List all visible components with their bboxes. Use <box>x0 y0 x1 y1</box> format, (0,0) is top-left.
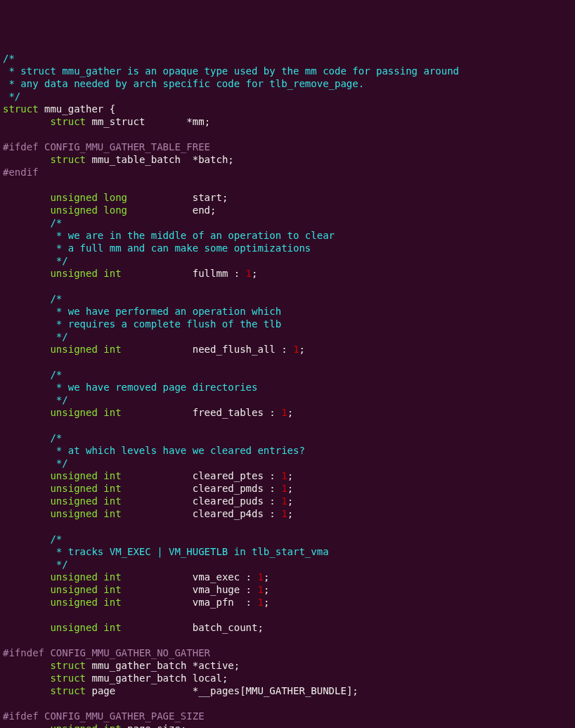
type-unsigned-int: unsigned int <box>50 470 121 481</box>
bitfield-width: 1 <box>281 483 287 494</box>
type-unsigned-int: unsigned int <box>50 268 121 279</box>
comment-line: * struct mmu_gather is an opaque type us… <box>3 65 459 77</box>
type-unsigned-int: unsigned int <box>50 584 121 595</box>
field-mm: *mm <box>186 116 204 127</box>
kw-struct: struct <box>50 116 86 127</box>
semicolon: ; <box>352 685 358 696</box>
comment-open: /* <box>50 293 62 304</box>
type-mm-struct: mm_struct <box>91 116 145 127</box>
field-vma-exec: vma_exec : <box>193 571 258 583</box>
semicolon: ; <box>181 723 186 728</box>
bitfield-width: 1 <box>246 268 252 279</box>
comment-close: */ <box>50 331 67 342</box>
type-unsigned-int: unsigned int <box>50 622 121 633</box>
semicolon: ; <box>264 571 269 583</box>
comment-open: /* <box>50 369 62 380</box>
semicolon: ; <box>222 672 228 684</box>
preproc-ifndef: #ifndef CONFIG_MMU_GATHER_NO_GATHER <box>3 647 210 658</box>
comment-line: * tracks VM_EXEC | VM_HUGETLB in tlb_sta… <box>50 546 328 557</box>
semicolon: ; <box>264 584 269 595</box>
bitfield-width: 1 <box>281 508 287 519</box>
field-freed-tables: freed_tables : <box>193 407 281 418</box>
preproc-endif: #endif <box>3 167 39 178</box>
struct-name: mmu_gather <box>44 103 103 115</box>
field-batch: *batch <box>193 154 228 165</box>
comment-line: * we are in the middle of an operation t… <box>50 230 335 241</box>
field-active: *active <box>193 660 234 671</box>
kw-struct: struct <box>3 103 39 115</box>
code-block: /* * struct mmu_gather is an opaque type… <box>3 52 572 728</box>
semicolon: ; <box>222 192 228 203</box>
preproc-ifdef: #ifdef CONFIG_MMU_GATHER_TABLE_FREE <box>3 141 210 152</box>
field-start: start <box>193 192 222 203</box>
kw-struct: struct <box>50 154 86 165</box>
type-unsigned-int: unsigned int <box>50 495 121 507</box>
field-cleared-pmds: cleared_pmds : <box>193 483 281 494</box>
field-pages: *__pages[MMU_GATHER_BUNDLE] <box>193 685 353 696</box>
kw-struct: struct <box>50 660 86 671</box>
field-need-flush-all: need_flush_all : <box>193 344 293 355</box>
semicolon: ; <box>252 268 257 279</box>
bitfield-width: 1 <box>257 584 263 595</box>
type-unsigned-int: unsigned int <box>50 571 121 583</box>
type-mmu-gather-batch: mmu_gather_batch <box>91 660 186 671</box>
kw-struct: struct <box>50 672 86 684</box>
comment-line: * any data needed by arch specific code … <box>3 78 364 89</box>
semicolon: ; <box>288 483 293 494</box>
type-unsigned-long: unsigned long <box>50 192 127 203</box>
preproc-ifdef: #ifdef CONFIG_MMU_GATHER_PAGE_SIZE <box>3 710 205 722</box>
field-local: local <box>193 672 222 684</box>
type-unsigned-int: unsigned int <box>50 483 121 494</box>
field-cleared-p4ds: cleared_p4ds : <box>193 508 281 519</box>
comment-close: */ <box>50 255 67 266</box>
bitfield-width: 1 <box>281 407 287 418</box>
comment-line: * we have performed an operation which <box>50 306 281 317</box>
type-unsigned-int: unsigned int <box>50 344 121 355</box>
semicolon: ; <box>288 470 293 481</box>
semicolon: ; <box>234 660 240 671</box>
type-unsigned-int: unsigned int <box>50 723 121 728</box>
comment-line: * we have removed page directories <box>50 382 257 393</box>
type-page: page <box>91 685 115 696</box>
bitfield-width: 1 <box>257 597 263 608</box>
comment-line: * at which levels have we cleared entrie… <box>50 445 304 456</box>
field-batch-count: batch_count <box>193 622 258 633</box>
comment-open: /* <box>50 533 62 545</box>
semicolon: ; <box>205 116 210 127</box>
semicolon: ; <box>228 154 233 165</box>
field-end: end <box>193 204 210 216</box>
bitfield-width: 1 <box>281 495 287 507</box>
comment-close: */ <box>50 457 67 469</box>
comment-close: */ <box>50 394 67 405</box>
comment-close: */ <box>50 559 67 570</box>
semicolon: ; <box>288 407 293 418</box>
type-unsigned-int: unsigned int <box>50 508 121 519</box>
kw-struct: struct <box>50 685 86 696</box>
comment-line: * requires a complete flush of the tlb <box>50 318 281 330</box>
field-vma-pfn: vma_pfn : <box>193 597 258 608</box>
field-vma-huge: vma_huge : <box>193 584 258 595</box>
type-mmu-gather-batch: mmu_gather_batch <box>91 672 186 684</box>
comment-open: /* <box>50 217 62 228</box>
comment-line: */ <box>3 91 20 102</box>
field-cleared-puds: cleared_puds : <box>193 495 281 507</box>
type-unsigned-long: unsigned long <box>50 204 127 216</box>
field-cleared-ptes: cleared_ptes : <box>193 470 281 481</box>
type-unsigned-int: unsigned int <box>50 597 121 608</box>
comment-line: * a full mm and can make some optimizati… <box>50 242 311 254</box>
brace-open: { <box>103 103 115 115</box>
type-unsigned-int: unsigned int <box>50 407 121 418</box>
semicolon: ; <box>288 495 293 507</box>
bitfield-width: 1 <box>281 470 287 481</box>
comment-line: /* <box>3 53 15 64</box>
comment-open: /* <box>50 432 62 443</box>
semicolon: ; <box>288 508 293 519</box>
semicolon: ; <box>299 344 304 355</box>
type-mmu-table-batch: mmu_table_batch <box>91 154 180 165</box>
field-page-size: page_size <box>127 723 181 728</box>
semicolon: ; <box>264 597 269 608</box>
field-fullmm: fullmm : <box>193 268 246 279</box>
semicolon: ; <box>210 204 216 216</box>
semicolon: ; <box>257 622 263 633</box>
bitfield-width: 1 <box>257 571 263 583</box>
